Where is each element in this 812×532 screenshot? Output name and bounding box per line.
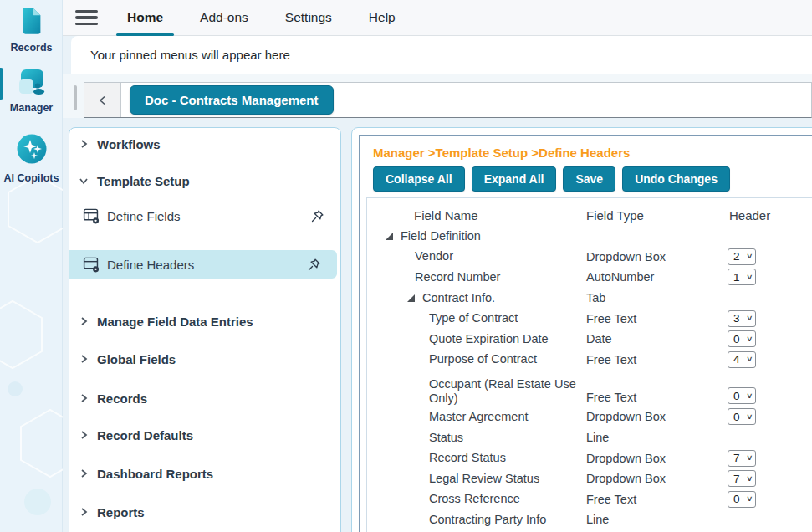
header-cell: 0∨: [728, 330, 812, 347]
field-name-cell: Quote Expiration Date: [367, 332, 586, 346]
header-number-dropdown[interactable]: 0∨: [728, 330, 756, 347]
sidebar-item-template-setup[interactable]: Template Setup: [69, 169, 340, 192]
header-number-dropdown[interactable]: 0∨: [728, 491, 756, 508]
sidebar-item-dashboard-reports[interactable]: Dashboard Reports: [69, 462, 340, 485]
sidebar-item-define-headers[interactable]: Define Headers: [69, 250, 337, 279]
field-name-text: Purpose of Contract: [429, 352, 537, 366]
header-number-dropdown[interactable]: 3∨: [728, 310, 756, 327]
sidebar-item-label: Global Fields: [97, 352, 176, 366]
chevron-down-icon: ∨: [746, 274, 753, 281]
field-name-cell: Cross Reference: [367, 492, 586, 506]
table-row: Quote Expiration DateDate0∨: [367, 329, 812, 350]
table-row: Record NumberAutoNumber1∨: [367, 267, 812, 288]
sidebar-item-reports[interactable]: Reports: [69, 500, 340, 524]
header-number-dropdown[interactable]: 1∨: [728, 269, 756, 285]
header-number-dropdown[interactable]: 0∨: [728, 408, 756, 425]
main-content-panel: Manager >Template Setup >Define Headers …: [351, 127, 812, 532]
header-cell: 7∨: [728, 450, 812, 467]
field-name-cell: Status: [367, 431, 586, 445]
breadcrumb: Manager >Template Setup >Define Headers: [373, 146, 812, 160]
header-number-dropdown[interactable]: 4∨: [728, 351, 756, 368]
field-type-cell: Dropdown Box: [586, 250, 728, 263]
sidebar-item-define-fields[interactable]: Define Fields: [69, 203, 340, 228]
left-rail: Records Manager: [0, 0, 63, 532]
field-name-cell: Master Agreement: [367, 410, 586, 424]
sidebar-item-records[interactable]: Records: [69, 386, 340, 410]
menu-icon[interactable]: [75, 10, 98, 25]
grid-body: Field DefinitionVendorDropdown Box2∨Reco…: [367, 226, 812, 530]
scroll-nub: [74, 85, 77, 110]
sidebar-item-label: Record Defaults: [97, 428, 193, 442]
save-button[interactable]: Save: [563, 166, 615, 192]
field-type-cell: Dropdown Box: [586, 410, 728, 423]
expand-all-button[interactable]: Expand All: [472, 166, 557, 192]
sidebar-item-label: Template Setup: [97, 174, 190, 188]
column-header-header: Header: [728, 208, 812, 223]
header-number-dropdown[interactable]: 0∨: [728, 387, 756, 404]
field-name-text: Record Status: [429, 451, 506, 465]
chevron-right-icon[interactable]: [78, 429, 89, 441]
rail-label-ai-copilots: AI Copilots: [4, 172, 59, 184]
header-number-dropdown[interactable]: 2∨: [728, 248, 756, 265]
tab-doc-contracts-management[interactable]: Doc - Contracts Management: [130, 85, 334, 115]
dropdown-value: 0: [733, 333, 740, 345]
chevron-down-icon[interactable]: [78, 175, 89, 187]
table-row: Master AgreementDropdown Box0∨: [367, 407, 812, 427]
pinned-menus-text: Your pinned menus will appear here: [90, 48, 290, 62]
chevron-down-icon: ∨: [746, 454, 753, 462]
sidebar-item-workflows[interactable]: Workflows: [69, 132, 340, 156]
header-number-dropdown[interactable]: 7∨: [728, 450, 756, 467]
rail-label-records: Records: [10, 42, 52, 54]
sidebar-item-manage-field-data-entries[interactable]: Manage Field Data Entries: [69, 309, 340, 333]
table-row: Purpose of ContractFree Text4∨: [367, 350, 812, 371]
chevron-right-icon[interactable]: [78, 506, 89, 518]
sidebar-item-record-defaults[interactable]: Record Defaults: [69, 423, 340, 447]
dropdown-value: 7: [733, 452, 740, 464]
back-button[interactable]: [84, 83, 121, 117]
table-row: Type of ContractFree Text3∨: [367, 308, 812, 329]
header-number-dropdown[interactable]: 7∨: [728, 470, 756, 487]
rail-item-records[interactable]: Records: [0, 7, 63, 54]
table-row: Legal Review StatusDropdown Box7∨: [367, 468, 812, 489]
rail-item-manager[interactable]: Manager: [0, 68, 63, 114]
chevron-right-icon[interactable]: [78, 315, 89, 327]
document-icon: [19, 7, 43, 38]
expand-triangle-icon[interactable]: [407, 294, 415, 302]
dropdown-value: 7: [733, 473, 740, 485]
collapse-all-button[interactable]: Collapse All: [373, 166, 465, 192]
headers-grid: Field Name Field Type Header Field Defin…: [366, 197, 812, 532]
dropdown-value: 2: [733, 250, 740, 263]
chevron-down-icon: ∨: [746, 413, 753, 421]
chevron-right-icon[interactable]: [78, 468, 89, 479]
field-type-cell: Free Text: [586, 312, 728, 325]
nav-item-home[interactable]: Home: [116, 0, 174, 35]
table-row: Record StatusDropdown Box7∨: [367, 448, 812, 468]
chevron-right-icon[interactable]: [78, 138, 89, 150]
field-type-cell: Dropdown Box: [586, 452, 728, 465]
field-name-cell: Type of Contract: [367, 311, 586, 325]
sidebar-item-global-fields[interactable]: Global Fields: [69, 347, 340, 371]
sidebar-item-label: Reports: [97, 505, 145, 519]
table-row: StatusLine: [367, 427, 812, 448]
nav-item-add-ons[interactable]: Add-ons: [189, 0, 259, 35]
sidebar-item-label: Dashboard Reports: [97, 467, 213, 481]
rail-item-ai-copilots[interactable]: AI Copilots: [0, 132, 63, 184]
expand-triangle-icon[interactable]: [386, 233, 393, 240]
toolbar: Collapse AllExpand AllSaveUndo Changes: [373, 166, 812, 192]
dropdown-value: 0: [733, 411, 740, 423]
field-name-cell: Purpose of Contract: [367, 352, 586, 366]
tab-strip: Doc - Contracts Management: [63, 74, 812, 118]
chevron-right-icon[interactable]: [78, 392, 89, 404]
undo-changes-button[interactable]: Undo Changes: [622, 166, 730, 192]
pin-icon[interactable]: [309, 208, 325, 224]
field-type-cell: Free Text: [586, 353, 728, 366]
nav-item-settings[interactable]: Settings: [274, 0, 343, 35]
header-cell: 3∨: [728, 310, 812, 327]
header-cell: 1∨: [728, 269, 812, 285]
table-row: Contracting Party InfoLine: [367, 509, 812, 530]
dropdown-value: 0: [733, 390, 740, 402]
nav-item-help[interactable]: Help: [358, 0, 406, 35]
pin-icon[interactable]: [306, 257, 322, 273]
chevron-right-icon[interactable]: [78, 353, 89, 365]
header-cell: 0∨: [728, 408, 812, 425]
